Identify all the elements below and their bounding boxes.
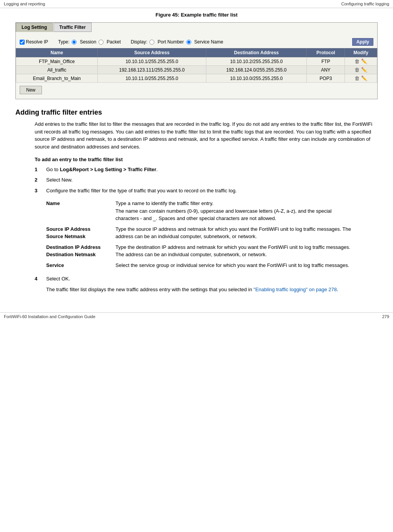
cell-source: 10.10.10.1/255.255.255.0	[98, 57, 206, 66]
footer-right: 279	[382, 314, 389, 319]
resolve-ip-text: Resolve IP	[26, 39, 48, 45]
cell-destination: 10.10.10.2/255.255.255.0	[206, 57, 307, 66]
param-key: Destination IP AddressDestination Netmas…	[46, 242, 115, 260]
footer-left: FortiWiFi-60 Installation and Configurat…	[4, 314, 95, 319]
step-4-period: .	[337, 287, 338, 292]
step-3-num: 3	[35, 187, 46, 195]
step-1-text: Go to Log&Report > Log Setting > Traffic…	[46, 166, 158, 173]
top-bar: Logging and reporting Configuring traffi…	[0, 0, 393, 8]
new-button[interactable]: New	[20, 86, 42, 94]
cell-destination: 10.10.10.0/255.255.255.0	[206, 74, 307, 83]
type-session-text: Session	[80, 39, 96, 45]
tab-log-setting[interactable]: Log Setting	[16, 23, 53, 32]
params-table: Name Type a name to identify the traffic…	[46, 198, 355, 270]
edit-icon[interactable]: ✏️	[361, 58, 367, 64]
cell-modify: 🗑 ✏️	[345, 66, 377, 74]
cell-source: 10.10.11.0/255.255.255.0	[98, 74, 206, 83]
resolve-ip-checkbox[interactable]	[20, 40, 25, 45]
param-value: Type a name to identify the traffic filt…	[115, 198, 355, 224]
step-4-text: Select OK.	[46, 275, 70, 283]
filter-table: Name Source Address Destination Address …	[16, 48, 377, 83]
tab-traffic-filter[interactable]: Traffic Filter	[54, 23, 92, 32]
cell-name: FTP_Main_Office	[16, 57, 98, 66]
display-service-radio[interactable]	[186, 40, 191, 45]
param-value: Type the destination IP address and netm…	[115, 242, 355, 260]
display-port-label[interactable]: Port Number	[149, 39, 184, 45]
step-1: 1 Go to Log&Report > Log Setting > Traff…	[35, 166, 378, 173]
step-3: 3 Configure the traffic filter for the t…	[35, 187, 378, 195]
delete-icon[interactable]: 🗑	[355, 67, 360, 73]
section-intro: Add entries to the traffic filter list t…	[35, 120, 378, 150]
table-header-row: Name Source Address Destination Address …	[16, 48, 377, 57]
param-key: Name	[46, 198, 115, 224]
display-service-label[interactable]: Service Name	[186, 39, 223, 45]
edit-icon[interactable]: ✏️	[361, 75, 367, 81]
param-key: Source IP AddressSource Netmask	[46, 224, 115, 242]
type-label: Type:	[58, 39, 69, 45]
step-2: 2 Select New.	[35, 176, 378, 184]
header-left: Logging and reporting	[4, 2, 45, 6]
procedure-title: To add an entry to the traffic filter li…	[35, 156, 378, 163]
cell-protocol: FTP	[307, 57, 345, 66]
cell-modify: 🗑 ✏️	[345, 74, 377, 83]
param-row: Source IP AddressSource Netmask Type the…	[46, 224, 355, 242]
step-2-num: 2	[35, 176, 46, 184]
cell-source: 192.168.123.111/255.255.255.0	[98, 66, 206, 74]
step-2-text: Select New.	[46, 176, 73, 184]
type-packet-label[interactable]: Packet	[99, 39, 121, 45]
param-row: Name Type a name to identify the traffic…	[46, 198, 355, 224]
bottom-bar: FortiWiFi-60 Installation and Configurat…	[0, 312, 393, 320]
cell-destination: 192.168.124.0/255.255.255.0	[206, 66, 307, 74]
param-key: Service	[46, 260, 115, 271]
param-row: Service Select the service group or indi…	[46, 260, 355, 271]
steps-list: 1 Go to Log&Report > Log Setting > Traff…	[35, 166, 378, 294]
figure-title: Figure 45: Example traffic filter list	[15, 12, 378, 18]
step-3-text: Configure the traffic filter for the typ…	[46, 187, 237, 195]
delete-icon[interactable]: 🗑	[355, 58, 360, 64]
step-4-extra-text: The traffic filter list displays the new…	[46, 287, 254, 292]
cell-name: Email_Branch_to_Main	[16, 74, 98, 83]
apply-button[interactable]: Apply	[352, 38, 373, 46]
cell-modify: 🗑 ✏️	[345, 57, 377, 66]
display-service-text: Service Name	[194, 39, 223, 45]
type-session-radio[interactable]	[72, 40, 77, 45]
param-row: Destination IP AddressDestination Netmas…	[46, 242, 355, 260]
section-body: Add entries to the traffic filter list t…	[35, 120, 378, 293]
table-row: FTP_Main_Office 10.10.10.1/255.255.255.0…	[16, 57, 377, 66]
edit-icon[interactable]: ✏️	[361, 67, 367, 73]
cell-protocol: ANY	[307, 66, 345, 74]
table-row: All_traffic 192.168.123.111/255.255.255.…	[16, 66, 377, 74]
filter-box: Log Setting Traffic Filter Resolve IP Ty…	[15, 22, 378, 99]
display-label: Display:	[131, 39, 147, 45]
step-4-num: 4	[35, 275, 46, 283]
col-destination: Destination Address	[206, 48, 307, 57]
param-value: Select the service group or individual s…	[115, 260, 355, 271]
tabs-row: Log Setting Traffic Filter	[16, 23, 377, 32]
type-packet-radio[interactable]	[99, 40, 104, 45]
step-1-num: 1	[35, 166, 46, 173]
display-port-radio[interactable]	[149, 40, 154, 45]
header-right: Configuring traffic logging	[341, 2, 389, 6]
enabling-logging-link[interactable]: "Enabling traffic logging" on page 278	[254, 287, 337, 292]
cell-name: All_traffic	[16, 66, 98, 74]
section-title: Adding traffic filter entries	[15, 108, 378, 117]
param-value: Type the source IP address and netmask f…	[115, 224, 355, 242]
resolve-ip-label[interactable]: Resolve IP	[20, 39, 48, 45]
display-port-text: Port Number	[157, 39, 184, 45]
delete-icon[interactable]: 🗑	[355, 75, 360, 81]
cell-protocol: POP3	[307, 74, 345, 83]
step-4: 4 Select OK.	[35, 275, 378, 283]
col-source: Source Address	[98, 48, 206, 57]
content-area: Figure 45: Example traffic filter list L…	[0, 8, 393, 301]
step-4-extra: The traffic filter list displays the new…	[46, 286, 378, 294]
type-session-label[interactable]: Session	[72, 39, 96, 45]
col-protocol: Protocol	[307, 48, 345, 57]
type-packet-text: Packet	[107, 39, 121, 45]
col-name: Name	[16, 48, 98, 57]
col-modify: Modify	[345, 48, 377, 57]
controls-row: Resolve IP Type: Session Packet Display:…	[16, 36, 377, 48]
table-row: Email_Branch_to_Main 10.10.11.0/255.255.…	[16, 74, 377, 83]
